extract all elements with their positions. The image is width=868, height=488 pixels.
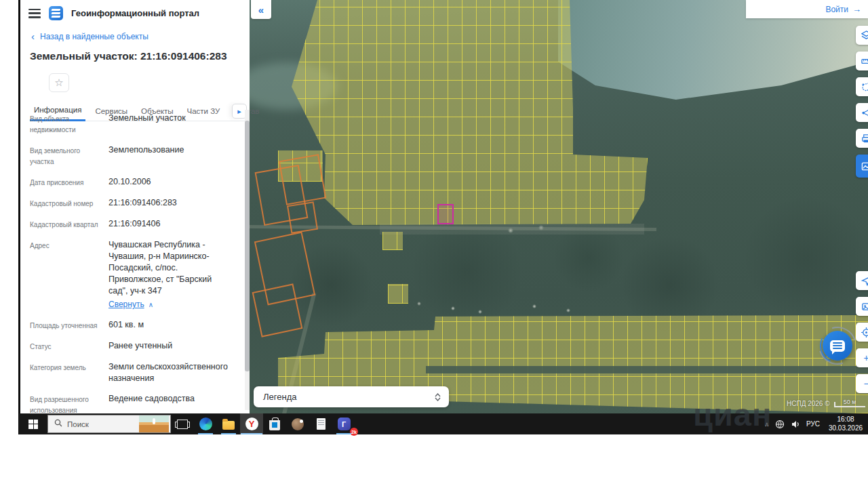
map-canvas[interactable]: « Войти → + − Легенда НСПД 2026 © 50 м: [250, 0, 868, 413]
notification-badge: 2k: [350, 428, 358, 436]
chat-fab-button[interactable]: [818, 327, 856, 365]
folder-icon: [222, 421, 235, 430]
measure-button[interactable]: [856, 52, 868, 70]
windows-logo-icon: [28, 420, 38, 429]
time: 16:08: [837, 415, 854, 423]
page-title: Земельный участок: 21:16:091406:283: [30, 50, 239, 62]
send-icon: [861, 276, 868, 286]
select-area-button[interactable]: [856, 77, 868, 96]
collapse-panel-button[interactable]: «: [251, 0, 271, 19]
identify-button-active[interactable]: [856, 155, 868, 178]
yandex-browser-icon: Y: [245, 418, 258, 430]
gosuslugi-button[interactable]: Г 2k: [332, 413, 355, 434]
field-row-address: Адрес Чувашская Республика - Чувашия, р-…: [30, 239, 232, 310]
plus-icon: +: [863, 352, 868, 363]
windows-taskbar: Поиск Y Г 2k ∧ РУС 16:08 30.03.2026: [19, 413, 868, 434]
address-value: Чувашская Республика - Чувашия, р-н Мари…: [108, 240, 212, 296]
notepad-icon: [317, 418, 326, 430]
panel-scrollbar-thumb[interactable]: [245, 121, 250, 371]
task-view-icon: [177, 420, 188, 429]
object-info-panel: Геоинформационный портал ‹ Назад в найде…: [20, 0, 250, 413]
taskbar-apps: Y Г 2k: [171, 413, 355, 434]
orange-outlined-parcel: [287, 201, 318, 234]
search-placeholder: Поиск: [67, 420, 134, 428]
frame-icon: [861, 302, 868, 312]
chevrons-left-icon: «: [258, 4, 264, 16]
field-row: Вид разрешенного использованияВедение са…: [30, 393, 232, 413]
portal-logo-icon[interactable]: [49, 6, 63, 20]
unfold-chevrons-icon: [435, 393, 441, 401]
field-row: Площадь уточненная601 кв. м: [30, 319, 232, 331]
fields-list: Вид объекта недвижимостиЗемельный участо…: [20, 110, 241, 413]
gosuslugi-icon: Г: [338, 418, 351, 430]
search-icon: [54, 419, 62, 429]
field-row: СтатусРанее учтенный: [30, 340, 232, 352]
gimp-icon: [292, 418, 304, 430]
selected-parcel-highlight[interactable]: [437, 204, 454, 224]
zoom-out-button[interactable]: −: [856, 374, 868, 393]
map-toolbar-lower: + −: [856, 271, 868, 393]
map-attribution: НСПД 2026 ©: [787, 400, 830, 407]
notepad-button[interactable]: [309, 413, 332, 434]
target-icon: [861, 327, 868, 338]
back-label: Назад в найденные объекты: [40, 32, 149, 41]
portal-title: Геоинформационный портал: [71, 8, 199, 18]
file-explorer-button[interactable]: [217, 413, 240, 434]
date: 30.03.2026: [829, 424, 863, 432]
yandex-browser-button[interactable]: Y: [240, 413, 263, 434]
print-button[interactable]: [856, 129, 868, 148]
geolocate-button[interactable]: [856, 323, 868, 342]
identify-icon: [861, 161, 868, 171]
field-row: Вид объекта недвижимостиЗемельный участо…: [30, 113, 232, 136]
share-button[interactable]: [856, 103, 868, 122]
taskbar-search-input[interactable]: Поиск: [47, 415, 171, 433]
map-village: [380, 224, 644, 235]
cadastral-parcel-block: [388, 284, 408, 304]
clock[interactable]: 16:08 30.03.2026: [826, 415, 865, 432]
legend-toggle[interactable]: Легенда: [254, 386, 449, 407]
language-indicator[interactable]: РУС: [806, 420, 820, 428]
store-icon: [269, 420, 280, 430]
panel-header: Геоинформационный портал: [20, 0, 250, 20]
field-row: Вид земельного участкаЗемлепользование: [30, 144, 232, 167]
search-highlight-image[interactable]: [139, 415, 169, 432]
map-toolbar: [856, 26, 868, 178]
screenshot-button[interactable]: [856, 297, 868, 316]
back-link[interactable]: ‹ Назад в найденные объекты: [31, 32, 250, 41]
chat-icon: [830, 340, 845, 352]
layers-button[interactable]: [856, 26, 868, 45]
edge-icon: [199, 418, 212, 430]
network-icon[interactable]: [775, 420, 785, 429]
edge-app-button[interactable]: [194, 413, 217, 434]
field-row: Категория земельЗемли сельскохозяйственн…: [30, 361, 232, 384]
task-view-button[interactable]: [171, 413, 194, 434]
polygon-select-icon: [861, 82, 868, 92]
send-location-button[interactable]: [856, 271, 868, 290]
orange-outlined-parcel: [279, 154, 327, 205]
star-icon: ☆: [54, 77, 63, 89]
minus-icon: −: [863, 378, 868, 389]
volume-icon[interactable]: [791, 420, 800, 429]
field-row: Дата присвоения20.10.2006: [30, 176, 232, 188]
collapse-address-link[interactable]: Свернуть: [108, 299, 144, 310]
window-border: [18, 0, 20, 434]
gimp-button[interactable]: [286, 413, 309, 434]
system-tray: ∧ РУС 16:08 30.03.2026: [764, 415, 868, 432]
map-road: [426, 366, 868, 373]
start-button[interactable]: [19, 413, 47, 434]
share-icon: [861, 108, 868, 118]
legend-label: Легенда: [263, 392, 296, 402]
microsoft-store-button[interactable]: [263, 413, 286, 434]
field-row: Кадастровый номер21:16:091406:283: [30, 197, 232, 209]
layers-icon: [861, 30, 868, 41]
tray-chevron-icon[interactable]: ∧: [764, 421, 769, 428]
favorite-button[interactable]: ☆: [49, 73, 69, 92]
chevron-up-icon: ∧: [149, 300, 153, 310]
back-chevron-icon: ‹: [31, 33, 35, 40]
login-button[interactable]: Войти: [825, 5, 848, 14]
scale-bar: 50 м: [834, 399, 865, 407]
menu-icon[interactable]: [28, 9, 41, 18]
zoom-in-button[interactable]: +: [856, 348, 868, 367]
cadastral-parcel-block: [382, 232, 403, 250]
login-bar: Войти →: [746, 0, 868, 18]
